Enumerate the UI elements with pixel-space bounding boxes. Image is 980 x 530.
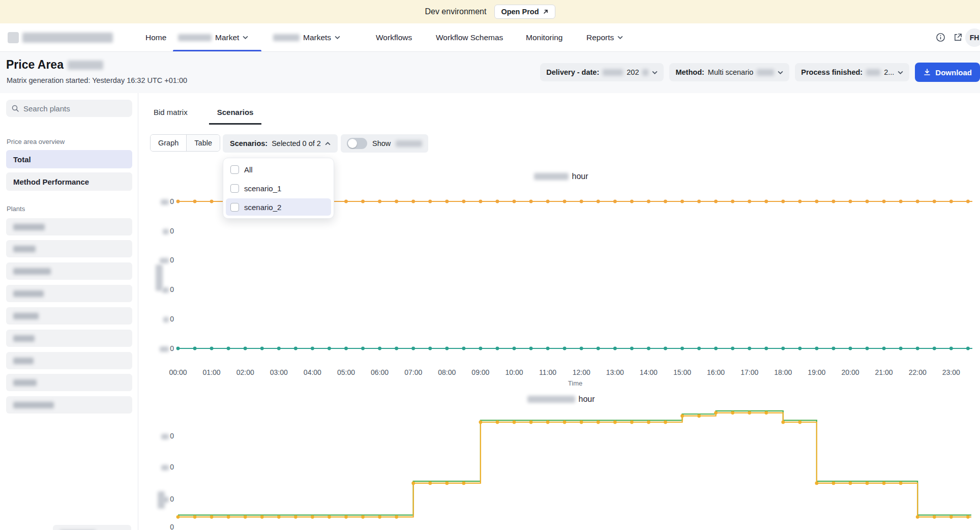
process-finished-filter[interactable]: Process finished: 2... — [795, 63, 909, 81]
chart2-marker — [613, 421, 617, 424]
search-plants-box[interactable] — [6, 100, 132, 117]
redacted-text — [396, 140, 422, 147]
open-prod-button[interactable]: Open Prod — [494, 5, 555, 19]
chart1-title-visible: hour — [572, 172, 588, 181]
show-toggle-switch[interactable] — [347, 138, 367, 149]
chart1-marker — [815, 200, 819, 203]
nav-item-market[interactable]: Market — [178, 23, 248, 51]
chart1-marker — [781, 347, 785, 350]
dropdown-item-all[interactable]: All — [226, 161, 331, 178]
method-filter[interactable]: Method: Multi scenario — [669, 63, 789, 81]
chevron-down-icon — [243, 36, 248, 39]
chart1-marker — [764, 200, 768, 203]
graph-view-button[interactable]: Graph — [151, 135, 186, 151]
chart1-marker — [647, 200, 650, 203]
plant-item[interactable] — [6, 285, 132, 302]
dropdown-item-scenario-2[interactable]: scenario_2 — [226, 198, 331, 216]
chart1-marker — [378, 200, 381, 203]
info-icon[interactable] — [935, 32, 946, 43]
chart1-marker — [210, 200, 214, 203]
external-link-icon[interactable] — [952, 32, 963, 43]
chart1-marker — [445, 200, 449, 203]
nav-item-monitoring[interactable]: Monitoring — [526, 23, 562, 51]
chart1-marker — [697, 347, 701, 350]
download-label: Download — [935, 68, 972, 77]
nav-item-home[interactable]: Home — [145, 23, 166, 51]
plant-item[interactable] — [6, 396, 132, 414]
plant-item[interactable] — [6, 262, 132, 280]
dropdown-item-label: scenario_1 — [244, 184, 281, 193]
user-avatar[interactable]: FH — [965, 28, 980, 47]
table-view-button[interactable]: Table — [186, 135, 220, 151]
sidebar-item-total[interactable]: Total — [6, 150, 132, 168]
chart2-marker — [563, 421, 567, 424]
chart1-marker — [697, 200, 701, 203]
search-icon — [11, 104, 19, 112]
nav-item-workflow-schemas[interactable]: Workflow Schemas — [436, 23, 503, 51]
x-axis-label: 08:00 — [438, 368, 456, 376]
nav-item-workflows[interactable]: Workflows — [376, 23, 412, 51]
plant-item[interactable] — [6, 352, 132, 369]
chart2-marker — [731, 411, 734, 415]
chart2-marker — [597, 421, 600, 424]
checkbox-scenario-2[interactable] — [230, 203, 239, 212]
chart1-marker — [849, 200, 852, 203]
redacted-plant-name — [13, 402, 54, 408]
x-axis-label: 19:00 — [808, 368, 825, 376]
plant-item[interactable] — [6, 374, 132, 391]
plant-item[interactable] — [6, 307, 132, 325]
checkbox-all[interactable] — [230, 165, 239, 174]
x-axis-label: 14:00 — [640, 368, 658, 376]
sidebar-bottom-button[interactable] — [53, 525, 131, 530]
nav-item-reports[interactable]: Reports — [586, 23, 623, 51]
x-axis-label: 00:00 — [169, 368, 187, 376]
overview-section-label: Price area overview — [7, 138, 65, 145]
avatar-initials: FH — [970, 34, 979, 42]
chart2-marker — [344, 515, 348, 519]
show-toggle-pill[interactable]: Show — [341, 134, 428, 153]
download-button[interactable]: Download — [915, 63, 980, 82]
chart1-marker — [731, 347, 734, 350]
tab-scenarios[interactable]: Scenarios — [209, 103, 262, 125]
chart1-marker — [748, 200, 751, 203]
x-axis-label: 12:00 — [573, 368, 590, 376]
redacted-text — [866, 69, 880, 76]
checkbox-scenario-1[interactable] — [230, 184, 239, 193]
chart1-marker — [647, 347, 650, 350]
dropdown-item-scenario-1[interactable]: scenario_1 — [226, 180, 331, 197]
search-plants-input[interactable] — [23, 104, 120, 113]
chart2-marker — [529, 421, 533, 424]
scenarios-dropdown-button[interactable]: Scenarios: Selected 0 of 2 — [223, 134, 338, 153]
redacted-text — [178, 34, 212, 41]
plant-item[interactable] — [6, 240, 132, 257]
x-axis-label: 07:00 — [404, 368, 422, 376]
external-arrow-icon — [543, 9, 549, 15]
chart2-marker — [378, 515, 381, 519]
chart1-marker — [899, 200, 903, 203]
plant-item[interactable] — [6, 218, 132, 235]
chart1-marker — [193, 200, 197, 203]
page-header: Price Area Matrix generation started: Ye… — [0, 52, 980, 93]
chart2-marker — [176, 515, 180, 519]
tab-bid-matrix[interactable]: Bid matrix — [145, 103, 196, 125]
view-mode-segmented-control: Graph Table — [150, 134, 220, 152]
top-nav: Home Market Markets Workflows Workflow S… — [0, 23, 980, 52]
chart1-marker — [680, 200, 684, 203]
nav-label: Home — [145, 33, 166, 42]
x-axis-label: 15:00 — [673, 368, 691, 376]
chart1-marker — [933, 200, 936, 203]
redacted-text — [757, 69, 774, 76]
chart2-marker — [832, 482, 836, 485]
redacted-title-text — [527, 396, 575, 403]
plant-item[interactable] — [6, 330, 132, 347]
nav-item-markets[interactable]: Markets — [273, 23, 340, 51]
delivery-date-filter[interactable]: Delivery - date: 202 — [540, 63, 664, 81]
logo-mark — [8, 32, 19, 43]
chart1-marker — [496, 200, 499, 203]
sidebar-item-label: Total — [13, 155, 31, 164]
chart1-marker — [916, 347, 919, 350]
sidebar-item-method-performance[interactable]: Method Performance — [6, 172, 132, 191]
chart2-marker — [664, 421, 667, 424]
chart1-marker — [411, 200, 415, 203]
show-toggle-label: Show — [372, 139, 391, 148]
